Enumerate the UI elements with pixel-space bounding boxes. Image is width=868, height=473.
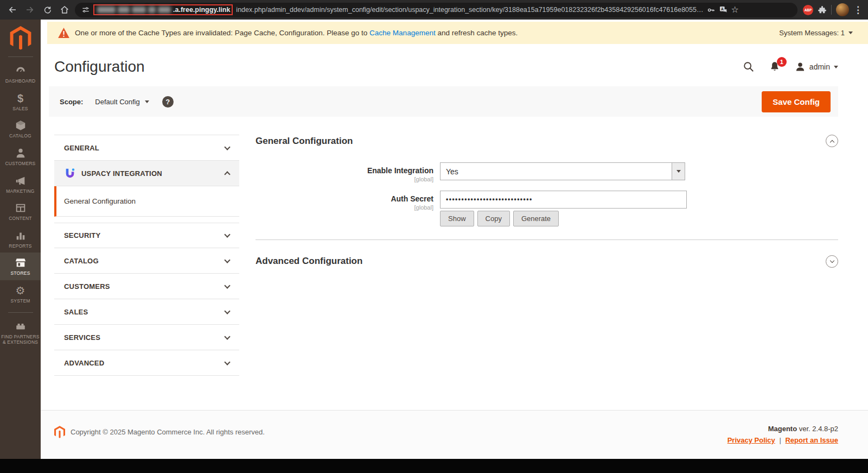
auth-secret-field-row: Auth Secret [global] •••••••••••••••••••… (256, 191, 838, 226)
sidebar-item-content[interactable]: CONTENT (0, 198, 41, 225)
sidebar-divider (8, 56, 33, 57)
admin-user-menu[interactable]: admin (795, 61, 838, 72)
banner-message: One or more of the Cache Types are inval… (75, 29, 774, 37)
url-path: index.php/admin_ddev/admin/system_config… (236, 6, 703, 14)
section-title: General Configuration (256, 136, 353, 147)
sidebar-item-reports[interactable]: REPORTS (0, 225, 41, 253)
help-icon[interactable]: ? (162, 96, 174, 108)
gauge-icon (15, 65, 27, 77)
sidebar-item-system[interactable]: ⚙ SYSTEM (0, 280, 41, 308)
chevron-down-icon (224, 333, 230, 339)
browser-profile-avatar[interactable] (836, 3, 849, 16)
sidebar-item-marketing[interactable]: MARKETING (0, 171, 41, 198)
nav-section-security[interactable]: SECURITY (54, 223, 239, 248)
person-icon (15, 147, 27, 159)
sidebar-item-stores[interactable]: STORES (0, 253, 41, 280)
expand-section-button[interactable] (826, 255, 838, 268)
page-header: Configuration 1 admin (41, 44, 868, 86)
nav-section-general[interactable]: GENERAL (54, 135, 239, 161)
nav-section-customers[interactable]: CUSTOMERS (54, 274, 239, 299)
notifications-bell-icon[interactable]: 1 (769, 61, 781, 73)
magento-logo[interactable] (10, 26, 31, 50)
save-config-button[interactable]: Save Config (762, 91, 831, 112)
generate-button[interactable]: Generate (513, 211, 559, 226)
field-scope: [global] (256, 204, 433, 211)
section-divider (256, 239, 838, 240)
browser-back-icon[interactable] (5, 3, 20, 17)
sidebar-item-find-partners[interactable]: FIND PARTNERS & EXTENSIONS (0, 316, 41, 349)
translate-icon[interactable]: A (719, 5, 727, 14)
nav-section-sales[interactable]: SALES (54, 299, 239, 325)
scope-value: Default Config (95, 98, 139, 106)
password-key-icon[interactable] (706, 5, 716, 15)
chevron-down-icon (224, 308, 230, 314)
browser-reload-icon[interactable] (40, 3, 54, 17)
select-arrow (672, 163, 685, 180)
browser-forward-icon[interactable] (23, 3, 37, 17)
cache-management-link[interactable]: Cache Management (369, 29, 436, 37)
system-message-banner: One or more of the Cache Types are inval… (47, 22, 868, 44)
address-bar[interactable]: .a.free.pinggy.link index.php/admin_ddev… (75, 3, 797, 17)
sidebar-divider (8, 312, 33, 313)
sidebar-item-sales[interactable]: $ SALES (0, 88, 41, 116)
nav-section-uspacy-integration[interactable]: USPACY INTEGRATION (54, 161, 239, 186)
privacy-policy-link[interactable]: Privacy Policy (727, 436, 775, 444)
sidebar-item-catalog[interactable]: CATALOG (0, 115, 41, 143)
uspacy-logo-icon (64, 167, 76, 179)
url-host-suffix: .a.free.pinggy.link (173, 6, 230, 14)
magento-admin-sidebar: DASHBOARD $ SALES CATALOG CUSTOMERS MARK… (0, 20, 41, 459)
megaphone-icon (15, 175, 27, 187)
sidebar-item-customers[interactable]: CUSTOMERS (0, 143, 41, 171)
magento-version: Magento ver. 2.4.8-p2 (727, 425, 838, 433)
collapse-section-button[interactable] (826, 135, 838, 147)
chevron-up-icon (224, 171, 230, 177)
site-controls-icon[interactable] (81, 5, 90, 14)
warning-icon (58, 28, 69, 38)
layout-icon (15, 202, 27, 214)
chevron-down-icon (224, 359, 230, 365)
chevron-down-icon (224, 144, 230, 150)
copy-button[interactable]: Copy (477, 211, 510, 226)
redacted-host-segment (118, 7, 130, 13)
redacted-host-segment (148, 7, 156, 13)
system-messages-toggle[interactable]: System Messages: 1 (779, 29, 853, 37)
browser-menu-kebab-icon[interactable]: ⋮ (853, 5, 863, 15)
nav-subitem-general-configuration[interactable]: General Configuration (54, 186, 239, 217)
browser-home-icon[interactable] (58, 3, 72, 17)
caret-down-icon (676, 170, 681, 173)
chevron-down-icon (224, 231, 230, 237)
config-section-nav: GENERAL USPACY INTEGRATION General Con (54, 135, 239, 376)
report-issue-link[interactable]: Report an Issue (785, 436, 838, 444)
nav-section-catalog[interactable]: CATALOG (54, 248, 239, 274)
notification-count-badge: 1 (777, 57, 787, 67)
auth-secret-input[interactable]: •••••••••••••••••••••••••••• (440, 191, 687, 209)
bookmark-star-icon[interactable]: ☆ (731, 5, 738, 14)
extensions-puzzle-icon[interactable] (818, 5, 827, 15)
search-icon[interactable] (743, 61, 755, 73)
show-button[interactable]: Show (440, 211, 474, 226)
config-main-panel: General Configuration Enable Integration… (256, 135, 838, 268)
banner-message-suffix: and refresh cache types. (436, 29, 518, 37)
redacted-host-segment (132, 7, 146, 13)
storefront-icon (15, 257, 27, 269)
system-messages-label: System Messages: 1 (779, 29, 845, 37)
copyright-text: Copyright © 2025 Magento Commerce Inc. A… (71, 428, 265, 436)
user-icon (795, 61, 806, 72)
admin-username: admin (809, 62, 830, 71)
scope-switcher[interactable]: Default Config (95, 98, 149, 106)
scope-label: Scope: (60, 98, 83, 106)
svg-text:A: A (721, 7, 724, 11)
sidebar-item-dashboard[interactable]: DASHBOARD (0, 60, 41, 88)
field-label: Auth Secret (256, 194, 433, 204)
gear-icon: ⚙ (16, 285, 25, 297)
enable-integration-select[interactable]: Yes (440, 162, 685, 180)
section-title: Advanced Configuration (256, 256, 362, 267)
adblock-extension-icon[interactable]: ABP (803, 5, 813, 15)
caret-down-icon (848, 31, 853, 34)
bar-chart-icon (15, 230, 27, 242)
nav-section-advanced[interactable]: ADVANCED (54, 350, 239, 376)
admin-footer: Copyright © 2025 Magento Commerce Inc. A… (41, 410, 868, 459)
nav-section-services[interactable]: SERVICES (54, 325, 239, 350)
redacted-host-segment (158, 7, 171, 13)
redacted-host-segment (97, 7, 116, 13)
